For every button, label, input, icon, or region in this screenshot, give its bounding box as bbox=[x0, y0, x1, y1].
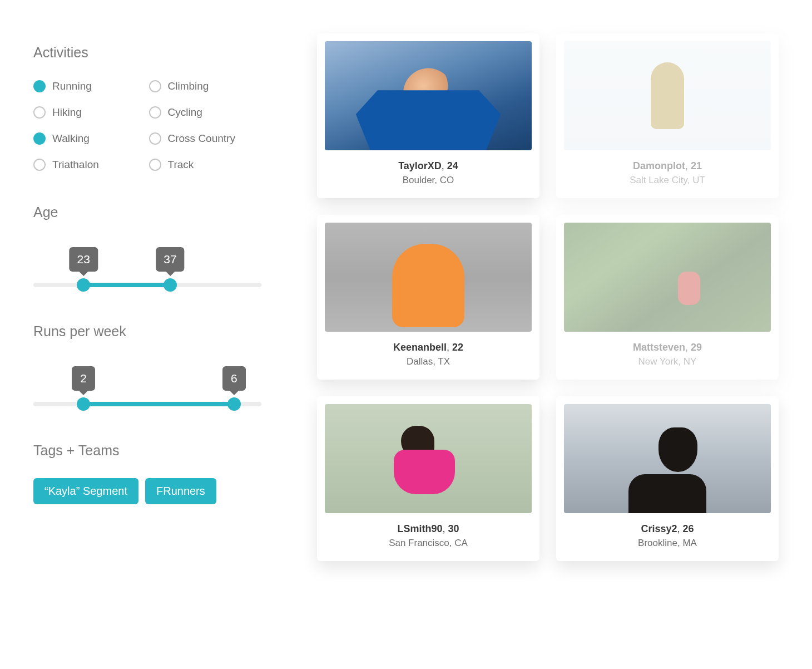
runs-max-handle[interactable] bbox=[227, 397, 241, 411]
profile-card[interactable]: Crissy2, 26Brookline, MA bbox=[556, 396, 779, 561]
activities-grid: RunningClimbingHikingCyclingWalkingCross… bbox=[33, 80, 261, 171]
runs-max-tooltip: 6 bbox=[222, 366, 246, 391]
slider-range bbox=[83, 283, 170, 287]
profile-photo bbox=[564, 223, 771, 332]
radio-icon bbox=[149, 106, 161, 119]
profile-location: San Francisco, CA bbox=[325, 538, 532, 549]
profile-card[interactable]: Keenanbell, 22Dallas, TX bbox=[317, 215, 539, 380]
profile-photo bbox=[564, 404, 771, 513]
radio-icon bbox=[149, 80, 161, 92]
profile-location: Brookline, MA bbox=[564, 538, 771, 549]
age-section: Age 23 37 bbox=[33, 204, 261, 293]
activity-option[interactable]: Cross Country bbox=[149, 132, 262, 145]
activity-option[interactable]: Triathalon bbox=[33, 159, 146, 171]
activity-label: Cross Country bbox=[168, 132, 235, 145]
profile-name: LSmith90, 30 bbox=[325, 523, 532, 535]
runs-min-tooltip: 2 bbox=[72, 366, 95, 391]
radio-icon bbox=[149, 159, 161, 171]
age-min-tooltip: 23 bbox=[70, 247, 98, 272]
radio-icon bbox=[33, 80, 46, 92]
tags-section: Tags + Teams “Kayla” SegmentFRunners bbox=[33, 442, 261, 504]
activity-label: Climbing bbox=[168, 80, 209, 92]
profile-name: Crissy2, 26 bbox=[564, 523, 771, 535]
profile-photo bbox=[325, 223, 532, 332]
activity-label: Cycling bbox=[168, 106, 202, 119]
runs-title: Runs per week bbox=[33, 323, 261, 340]
filters-panel: Activities RunningClimbingHikingCyclingW… bbox=[33, 33, 261, 561]
age-slider[interactable]: 23 37 bbox=[33, 243, 261, 293]
profile-card[interactable]: TaylorXD, 24Boulder, CO bbox=[317, 33, 539, 198]
profile-location: Salt Lake City, UT bbox=[564, 175, 771, 186]
tags-row: “Kayla” SegmentFRunners bbox=[33, 478, 261, 504]
activity-label: Walking bbox=[52, 132, 90, 145]
activity-option[interactable]: Running bbox=[33, 80, 146, 92]
profile-name: Keenanbell, 22 bbox=[325, 342, 532, 353]
activities-title: Activities bbox=[33, 45, 261, 61]
tag-chip[interactable]: FRunners bbox=[145, 478, 216, 504]
profile-name: TaylorXD, 24 bbox=[325, 160, 532, 172]
age-max-tooltip: 37 bbox=[156, 247, 184, 272]
activity-label: Track bbox=[168, 159, 194, 171]
age-title: Age bbox=[33, 204, 261, 220]
tags-title: Tags + Teams bbox=[33, 442, 261, 459]
profile-name: Mattsteven, 29 bbox=[564, 342, 771, 353]
activity-label: Triathalon bbox=[52, 159, 99, 171]
radio-icon bbox=[149, 132, 161, 145]
profile-card[interactable]: Damonplot, 21Salt Lake City, UT bbox=[556, 33, 779, 198]
activity-option[interactable]: Track bbox=[149, 159, 262, 171]
radio-icon bbox=[33, 132, 46, 145]
activity-label: Running bbox=[52, 80, 92, 92]
profile-card[interactable]: LSmith90, 30San Francisco, CA bbox=[317, 396, 539, 561]
profile-name: Damonplot, 21 bbox=[564, 160, 771, 172]
radio-icon bbox=[33, 159, 46, 171]
runs-min-handle[interactable] bbox=[77, 397, 90, 411]
age-max-handle[interactable] bbox=[164, 278, 177, 292]
activity-option[interactable]: Cycling bbox=[149, 106, 262, 119]
activity-option[interactable]: Hiking bbox=[33, 106, 146, 119]
age-min-handle[interactable] bbox=[77, 278, 90, 292]
activities-section: Activities RunningClimbingHikingCyclingW… bbox=[33, 45, 261, 171]
profile-location: Boulder, CO bbox=[325, 175, 532, 186]
activity-label: Hiking bbox=[52, 106, 82, 119]
profile-photo bbox=[564, 41, 771, 150]
profile-photo bbox=[325, 41, 532, 150]
profile-photo bbox=[325, 404, 532, 513]
activity-option[interactable]: Climbing bbox=[149, 80, 262, 92]
slider-range bbox=[83, 402, 234, 406]
profile-location: Dallas, TX bbox=[325, 356, 532, 367]
tag-chip[interactable]: “Kayla” Segment bbox=[33, 478, 138, 504]
profile-location: New York, NY bbox=[564, 356, 771, 367]
runs-slider[interactable]: 2 6 bbox=[33, 362, 261, 412]
activity-option[interactable]: Walking bbox=[33, 132, 146, 145]
results-grid: TaylorXD, 24Boulder, CODamonplot, 21Salt… bbox=[317, 33, 779, 561]
radio-icon bbox=[33, 106, 46, 119]
runs-section: Runs per week 2 6 bbox=[33, 323, 261, 412]
profile-card[interactable]: Mattsteven, 29New York, NY bbox=[556, 215, 779, 380]
